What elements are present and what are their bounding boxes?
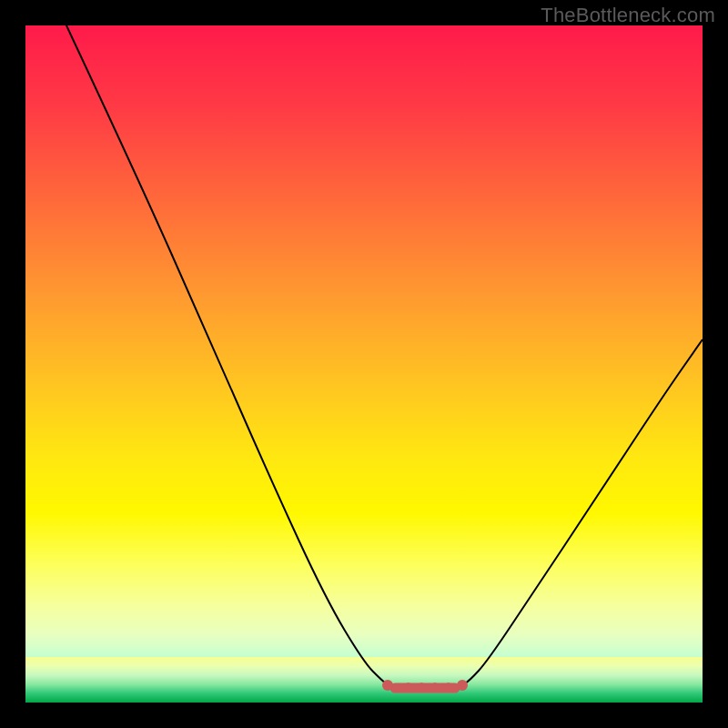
optimal-marker: [382, 680, 468, 691]
bottleneck-curve: [66, 25, 703, 688]
curve-layer: [25, 25, 703, 703]
watermark-text: TheBottleneck.com: [541, 4, 715, 27]
svg-point-0: [382, 680, 393, 691]
svg-point-1: [457, 680, 468, 691]
plot-area: [25, 25, 703, 703]
